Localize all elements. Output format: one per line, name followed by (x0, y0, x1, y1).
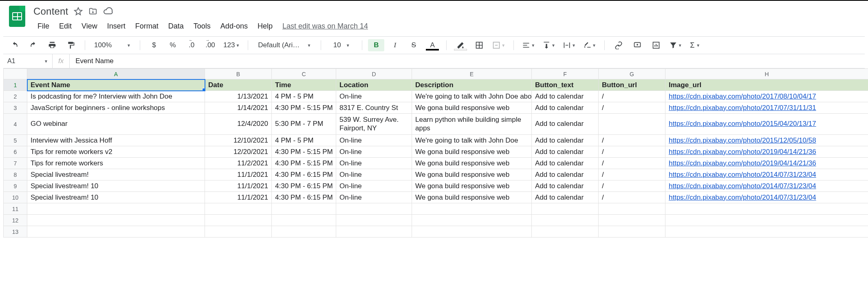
app-logo[interactable] (5, 6, 29, 27)
filter-button[interactable]: ▼ (667, 39, 685, 51)
row-header[interactable]: 3 (4, 102, 27, 114)
cell[interactable] (336, 203, 412, 215)
col-header-H[interactable]: H (665, 69, 868, 79)
cell[interactable] (599, 114, 665, 135)
cell[interactable]: On-line (336, 158, 412, 169)
undo-button[interactable] (7, 39, 23, 51)
print-button[interactable] (44, 39, 60, 51)
cell[interactable]: 4:30 PM - 6:15 PM (272, 169, 336, 180)
cell[interactable] (205, 226, 272, 238)
italic-button[interactable]: I (387, 39, 403, 51)
cell[interactable] (665, 203, 868, 215)
table-row[interactable]: 8Special livestream!11/1/20214:30 PM - 6… (4, 169, 868, 180)
cell[interactable]: https://cdn.pixabay.com/photo/2014/07/31… (665, 169, 868, 180)
menu-file[interactable]: File (33, 20, 53, 32)
col-header-G[interactable]: G (599, 69, 665, 79)
increase-decimal-button[interactable]: .00→ (202, 39, 218, 51)
cell[interactable] (599, 203, 665, 215)
font-family-select[interactable]: Default (Ari…▼ (254, 39, 315, 51)
table-row[interactable]: 5Interview with Jessica Hoff12/10/20214 … (4, 135, 868, 146)
cell[interactable]: 4:30 PM - 6:15 PM (272, 192, 336, 203)
cell[interactable] (599, 226, 665, 238)
cell[interactable] (412, 215, 532, 226)
row-header[interactable]: 5 (4, 135, 27, 146)
cell[interactable]: 4 PM - 5 PM (272, 91, 336, 102)
cell[interactable]: / (599, 146, 665, 158)
document-title[interactable]: Content (33, 6, 68, 17)
cell[interactable]: We gona build responsive web (412, 102, 532, 114)
insert-chart-button[interactable] (648, 39, 664, 51)
cell[interactable]: We're going to talk with John Doe about … (412, 91, 532, 102)
cell[interactable]: We gona build responsive web (412, 169, 532, 180)
cell[interactable] (532, 215, 599, 226)
text-color-button[interactable]: A (424, 39, 441, 51)
cell[interactable] (665, 215, 868, 226)
table-row[interactable]: 1Event NameDateTimeLocationDescriptionBu… (4, 79, 868, 91)
cell[interactable]: Tips for remote workers (27, 158, 205, 169)
cell[interactable]: Interview with Jessica Hoff (27, 135, 205, 146)
cell[interactable]: 11/1/2021 (205, 180, 272, 192)
menu-addons[interactable]: Add-ons (216, 20, 252, 32)
cell[interactable] (27, 226, 205, 238)
row-header[interactable]: 12 (4, 215, 27, 226)
cell[interactable]: https://cdn.pixabay.com/photo/2017/07/31… (665, 102, 868, 114)
menu-tools[interactable]: Tools (189, 20, 215, 32)
table-row[interactable]: 13 (4, 226, 868, 238)
bold-button[interactable]: B (368, 39, 384, 51)
text-wrap-button[interactable]: ▼ (560, 39, 578, 51)
cell[interactable]: / (599, 135, 665, 146)
cell[interactable] (336, 215, 412, 226)
cell[interactable]: 11/1/2021 (205, 192, 272, 203)
cell[interactable]: / (599, 158, 665, 169)
col-header-B[interactable]: B (205, 69, 272, 79)
cell[interactable]: / (599, 180, 665, 192)
cell[interactable]: Add to calendar (532, 135, 599, 146)
cell[interactable]: Date (205, 79, 272, 91)
col-header-A[interactable]: A (27, 69, 205, 79)
row-header[interactable]: 9 (4, 180, 27, 192)
row-header[interactable]: 4 (4, 114, 27, 135)
cell[interactable]: Tips for remote workers v2 (27, 146, 205, 158)
cell[interactable]: https://cdn.pixabay.com/photo/2019/04/14… (665, 146, 868, 158)
table-row[interactable]: 7Tips for remote workers11/2/20214:30 PM… (4, 158, 868, 169)
cell[interactable]: Description (412, 79, 532, 91)
cell[interactable]: Learn python while building simple apps (412, 114, 532, 135)
cell[interactable]: On-line (336, 146, 412, 158)
cell[interactable]: On-line (336, 192, 412, 203)
cell[interactable]: 4:30 PM - 5:15 PM (272, 146, 336, 158)
fill-color-button[interactable] (452, 39, 469, 51)
cell[interactable]: We gona build responsive web (412, 180, 532, 192)
format-percent-button[interactable]: % (165, 39, 181, 51)
menu-edit[interactable]: Edit (55, 20, 76, 32)
cell[interactable]: https://cdn.pixabay.com/photo/2017/08/10… (665, 91, 868, 102)
menu-help[interactable]: Help (253, 20, 277, 32)
cell[interactable]: 4:30 PM - 6:15 PM (272, 180, 336, 192)
more-formats-button[interactable]: 123▼ (221, 39, 242, 51)
insert-link-button[interactable] (610, 39, 627, 51)
format-currency-button[interactable]: $ (146, 39, 162, 51)
row-header[interactable]: 6 (4, 146, 27, 158)
cell[interactable]: / (599, 91, 665, 102)
cell[interactable]: Button_text (532, 79, 599, 91)
cell[interactable]: Add to calendar (532, 91, 599, 102)
move-icon[interactable] (88, 7, 97, 16)
cell[interactable]: Add to calendar (532, 102, 599, 114)
cell[interactable]: 8317 E. Country St (336, 102, 412, 114)
cell[interactable]: Special livestream! 10 (27, 180, 205, 192)
horizontal-align-button[interactable]: ▼ (520, 39, 538, 51)
last-edit-link[interactable]: Last edit was on March 14 (278, 20, 372, 32)
formula-input[interactable]: Event Name (70, 57, 865, 65)
cell[interactable] (205, 215, 272, 226)
cell[interactable]: / (599, 102, 665, 114)
cell[interactable] (599, 215, 665, 226)
menu-data[interactable]: Data (164, 20, 188, 32)
cell[interactable] (532, 226, 599, 238)
cell[interactable] (205, 203, 272, 215)
table-row[interactable]: 3JavaScript for beginners - online works… (4, 102, 868, 114)
cell[interactable]: 12/20/2021 (205, 146, 272, 158)
cell[interactable]: Is podcasting for me? Interview with Joh… (27, 91, 205, 102)
cell[interactable]: / (599, 169, 665, 180)
row-header[interactable]: 8 (4, 169, 27, 180)
borders-button[interactable] (471, 39, 487, 51)
cell[interactable]: 11/2/2021 (205, 158, 272, 169)
